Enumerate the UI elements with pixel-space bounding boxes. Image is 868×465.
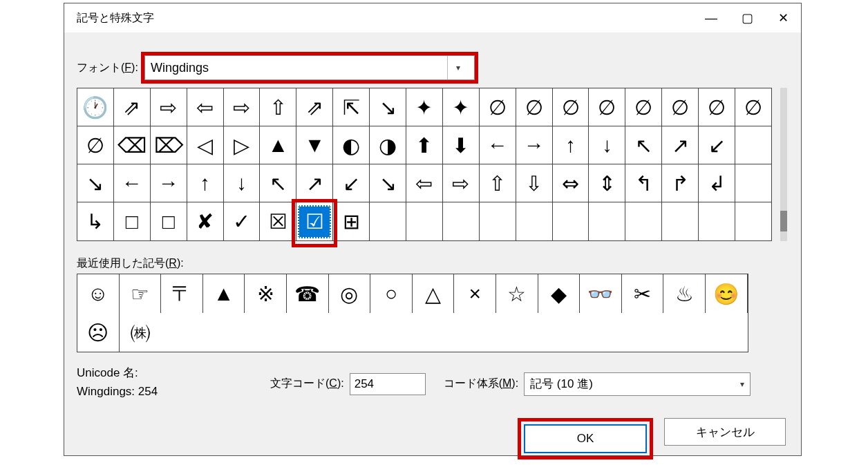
recent-symbol-cell[interactable]: △ [413,274,455,313]
recent-symbol-cell[interactable]: ☞ [120,274,162,313]
symbol-cell[interactable]: ← [114,164,151,202]
symbol-cell[interactable]: ↖ [625,126,662,164]
recent-symbol-cell[interactable]: ☹ [77,313,120,352]
symbol-cell[interactable]: ⇨ [224,88,261,126]
recent-symbols-grid[interactable]: ☺☞〒▲※☎◎○△×☆◆👓✂♨😊☹㈱ [77,274,748,352]
symbol-cell[interactable]: ∅ [699,88,735,126]
symbol-cell[interactable]: ↗ [662,126,699,164]
symbol-cell[interactable] [516,202,553,240]
font-select[interactable]: Wingdings ▾ [144,55,475,80]
symbol-cell[interactable]: ◐ [333,126,370,164]
symbol-cell[interactable] [625,202,662,240]
symbol-cell[interactable]: ⇔ [553,164,589,202]
recent-symbol-cell[interactable]: ✂ [622,274,664,313]
symbol-cell[interactable] [735,126,772,164]
symbol-cell[interactable]: ∅ [516,88,553,126]
symbol-cell[interactable]: ⇗ [114,88,151,126]
symbol-cell[interactable] [662,202,699,240]
symbol-cell[interactable]: ↘ [370,164,406,202]
recent-symbol-cell[interactable]: ◆ [538,274,581,313]
symbol-cell[interactable]: ← [480,126,516,164]
recent-symbol-cell[interactable]: 👓 [580,274,622,313]
symbol-cell[interactable]: ⇕ [589,164,625,202]
recent-symbol-cell[interactable]: ※ [245,274,287,313]
symbol-cell[interactable]: → [516,126,553,164]
symbol-cell[interactable]: ⇦ [187,88,224,126]
symbol-cell[interactable]: ↘ [77,164,114,202]
symbol-cell[interactable]: ↲ [699,164,735,202]
symbol-cell[interactable] [735,164,772,202]
symbol-cell[interactable]: → [151,164,187,202]
ok-button[interactable]: OK [524,424,647,453]
symbol-cell[interactable]: ☒ [260,202,296,240]
symbol-cell[interactable]: □ [114,202,151,240]
symbol-cell[interactable] [406,202,443,240]
symbol-cell[interactable]: ▼ [296,126,333,164]
symbol-cell[interactable]: ↰ [625,164,662,202]
symbol-cell[interactable]: ⇧ [480,164,516,202]
symbol-cell[interactable]: ↑ [553,126,589,164]
symbol-cell[interactable]: 🕐 [77,88,114,126]
symbol-cell[interactable]: ◑ [370,126,406,164]
symbol-cell[interactable]: ⇱ [333,88,370,126]
recent-symbol-cell[interactable]: ♨ [663,274,706,313]
symbol-cell[interactable] [480,202,516,240]
symbol-cell[interactable]: ↱ [662,164,699,202]
symbol-cell[interactable]: ⇦ [406,164,443,202]
symbol-cell[interactable]: ⇧ [260,88,296,126]
recent-symbol-cell[interactable]: ◎ [329,274,371,313]
recent-symbol-cell[interactable]: ○ [370,274,413,313]
symbol-cell[interactable]: ⊞ [333,202,370,240]
symbol-cell[interactable]: ∅ [662,88,699,126]
symbol-cell[interactable]: ⌦ [151,126,187,164]
recent-symbol-cell[interactable]: ☺ [77,274,120,313]
symbol-cell[interactable]: □ [151,202,187,240]
symbol-cell[interactable]: ⌫ [114,126,151,164]
close-button[interactable]: ✕ [765,3,801,32]
symbol-cell[interactable]: ∅ [589,88,625,126]
symbol-cell[interactable]: ∅ [77,126,114,164]
symbol-cell[interactable]: ✘ [187,202,224,240]
recent-symbol-cell[interactable]: ☆ [496,274,538,313]
maximize-button[interactable]: ▢ [729,3,765,32]
recent-symbol-cell[interactable]: 〒 [161,274,203,313]
symbol-cell[interactable]: ⬆ [406,126,443,164]
symbol-cell[interactable]: ✓ [224,202,261,240]
symbol-cell[interactable]: ↑ [187,164,224,202]
symbol-cell[interactable]: ✦ [406,88,443,126]
symbol-cell[interactable]: ↓ [589,126,625,164]
symbol-cell[interactable]: ↳ [77,202,114,240]
symbol-cell[interactable]: ∅ [735,88,772,126]
symbol-cell[interactable]: ▷ [224,126,261,164]
char-code-input[interactable]: 254 [350,373,426,395]
symbol-cell[interactable]: ⇗ [296,88,333,126]
symbol-cell[interactable]: ⇨ [443,164,480,202]
symbol-cell[interactable]: ⇨ [151,88,187,126]
symbol-cell[interactable]: ∅ [480,88,516,126]
symbol-cell[interactable] [553,202,589,240]
symbol-cell[interactable] [589,202,625,240]
symbol-cell[interactable]: ⬇ [443,126,480,164]
cancel-button[interactable]: キャンセル [664,418,786,446]
code-system-select[interactable]: 記号 (10 進) ▾ [524,372,751,396]
symbol-cell[interactable]: ∅ [553,88,589,126]
symbol-cell[interactable] [443,202,480,240]
recent-symbol-cell[interactable]: ▲ [203,274,245,313]
symbol-cell[interactable]: ⇩ [516,164,553,202]
recent-symbol-cell[interactable]: ☎ [287,274,329,313]
symbol-cell[interactable]: ↖ [260,164,296,202]
symbol-cell[interactable]: ↙ [699,126,735,164]
symbol-cell[interactable] [699,202,735,240]
symbol-cell[interactable]: ↘ [370,88,406,126]
symbol-cell[interactable]: ∅ [625,88,662,126]
symbol-cell[interactable]: ◁ [187,126,224,164]
symbol-cell[interactable]: ↙ [333,164,370,202]
symbol-grid-scrollbar[interactable] [780,88,787,241]
symbol-grid[interactable]: 🕐⇗⇨⇦⇨⇧⇗⇱↘✦✦∅∅∅∅∅∅∅∅∅⌫⌦◁▷▲▼◐◑⬆⬇←→↑↓↖↗↙↘←→… [77,88,772,241]
scrollbar-thumb[interactable] [780,211,787,231]
symbol-cell[interactable]: ✦ [443,88,480,126]
symbol-cell[interactable]: ☑ [296,202,333,240]
minimize-button[interactable]: — [693,3,729,32]
symbol-cell[interactable] [735,202,772,240]
symbol-cell[interactable]: ↗ [296,164,333,202]
